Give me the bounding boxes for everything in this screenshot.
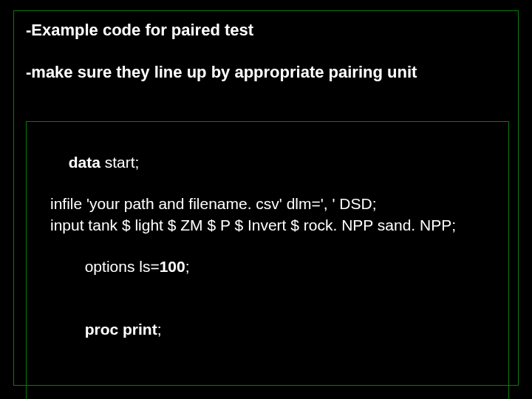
txt: ; bbox=[157, 321, 162, 338]
code-block: data start; infile 'your path and filena… bbox=[26, 121, 509, 399]
kw-data: data bbox=[69, 154, 100, 171]
txt: start; bbox=[100, 154, 140, 171]
slide-outer-border: -Example code for paired test -make sure… bbox=[13, 10, 519, 386]
code-line-6: data one; set start; bbox=[34, 378, 501, 399]
txt: options ls= bbox=[85, 258, 160, 275]
code-line-1: data start; bbox=[34, 131, 501, 194]
code-line-3: input tank $ light $ ZM $ P $ Invert $ r… bbox=[34, 215, 501, 236]
code-line-4: options ls=100; bbox=[34, 236, 501, 299]
txt: ; bbox=[185, 258, 190, 275]
num: 100 bbox=[160, 258, 185, 275]
code-gap bbox=[34, 361, 501, 378]
kw-proc-print: proc print bbox=[85, 321, 157, 338]
code-line-2: infile 'your path and filename. csv' dlm… bbox=[34, 194, 501, 214]
heading-line-1: -Example code for paired test bbox=[26, 20, 509, 41]
code-line-5: proc print; bbox=[34, 299, 501, 361]
heading-line-2: -make sure they line up by appropriate p… bbox=[26, 62, 509, 83]
slide: -Example code for paired test -make sure… bbox=[0, 0, 532, 399]
